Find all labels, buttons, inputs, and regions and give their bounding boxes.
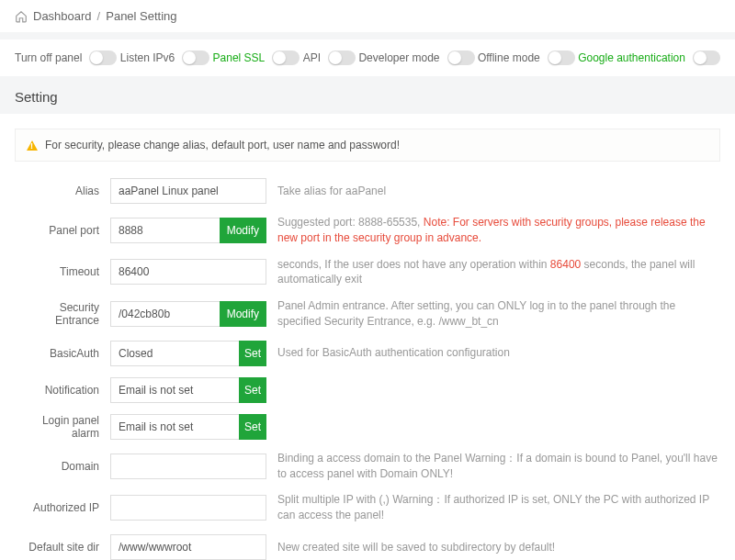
- section-title: Setting: [0, 89, 735, 114]
- toggle-label: API: [303, 51, 321, 64]
- toggle-gauth: Google authentication: [578, 50, 720, 65]
- basicauth-label: BasicAuth: [15, 347, 99, 360]
- dev-toggle[interactable]: [447, 50, 475, 65]
- toggle-dev: Developer mode: [358, 50, 474, 65]
- alias-input[interactable]: [110, 178, 266, 204]
- home-icon: [15, 10, 28, 23]
- row-notification: Notification Set: [15, 377, 720, 403]
- row-loginalarm: Login panel alarm Set: [15, 414, 720, 440]
- settings-panel: For security, please change alias, defau…: [0, 114, 735, 560]
- authip-input[interactable]: [110, 495, 266, 521]
- loginalarm-set-button[interactable]: Set: [239, 414, 266, 440]
- authip-label: Authorized IP: [15, 501, 99, 514]
- ipv6-toggle[interactable]: [182, 50, 209, 65]
- breadcrumb-sep: /: [97, 9, 101, 23]
- entrance-input[interactable]: [110, 301, 220, 327]
- row-sitedir: Default site dir New created site will b…: [15, 534, 720, 560]
- port-label: Panel port: [15, 224, 99, 237]
- turnoff-toggle[interactable]: [89, 50, 117, 65]
- row-authip: Authorized IP Split multiple IP with (,)…: [15, 492, 720, 523]
- row-alias: Alias Take alias for aaPanel: [15, 178, 720, 204]
- ssl-toggle[interactable]: [272, 50, 300, 65]
- toggle-bar: Turn off panel Listen IPv6 Panel SSL API…: [0, 39, 735, 76]
- toggle-label: Panel SSL: [213, 51, 266, 64]
- toggle-ipv6: Listen IPv6: [120, 50, 209, 65]
- toggle-label: Listen IPv6: [120, 51, 175, 64]
- notification-label: Notification: [15, 384, 99, 397]
- alias-help: Take alias for aaPanel: [277, 184, 720, 199]
- row-domain: Domain Binding a access domain to the Pa…: [15, 451, 720, 482]
- entrance-modify-button[interactable]: Modify: [220, 301, 266, 327]
- basicauth-help: Used for BasicAuth authentication config…: [277, 345, 720, 361]
- toggle-ssl: Panel SSL: [213, 50, 300, 65]
- authip-help: Split multiple IP with (,) Warning：If au…: [277, 492, 720, 523]
- security-alert: For security, please change alias, defau…: [15, 129, 720, 162]
- domain-label: Domain: [15, 460, 99, 473]
- sitedir-help: New created site will be saved to subdir…: [277, 540, 720, 555]
- offline-toggle[interactable]: [548, 50, 575, 65]
- gauth-toggle[interactable]: [693, 50, 720, 65]
- toggle-label: Offline mode: [478, 51, 540, 64]
- toggle-offline: Offline mode: [478, 50, 575, 65]
- domain-input[interactable]: [110, 454, 266, 479]
- loginalarm-label: Login panel alarm: [15, 414, 99, 440]
- sitedir-label: Default site dir: [15, 541, 99, 554]
- alias-label: Alias: [15, 185, 99, 197]
- port-help: Suggested port: 8888-65535, Note: For se…: [277, 215, 720, 246]
- alert-text: For security, please change alias, defau…: [45, 139, 400, 151]
- warning-icon: [27, 140, 38, 151]
- notification-input[interactable]: [110, 377, 240, 403]
- port-modify-button[interactable]: Modify: [220, 218, 266, 243]
- loginalarm-input[interactable]: [110, 414, 240, 440]
- timeout-help: seconds, If the user does not have any o…: [277, 257, 720, 288]
- toggle-api: API: [303, 50, 356, 65]
- breadcrumb: Dashboard / Panel Setting: [0, 0, 735, 32]
- breadcrumb-page: Panel Setting: [106, 9, 176, 23]
- timeout-input[interactable]: [110, 259, 266, 285]
- toggle-label: Turn off panel: [15, 51, 82, 64]
- row-entrance: Security Entrance Modify Panel Admin ent…: [15, 298, 720, 330]
- toggle-turnoff: Turn off panel: [15, 50, 117, 65]
- toggle-label: Developer mode: [358, 51, 439, 64]
- basicauth-set-button[interactable]: Set: [239, 341, 266, 366]
- domain-help: Binding a access domain to the Panel War…: [277, 451, 720, 482]
- notification-set-button[interactable]: Set: [239, 377, 266, 403]
- row-basicauth: BasicAuth Set Used for BasicAuth authent…: [15, 341, 720, 366]
- sitedir-input[interactable]: [110, 534, 266, 560]
- api-toggle[interactable]: [328, 50, 356, 65]
- row-timeout: Timeout seconds, If the user does not ha…: [15, 257, 720, 288]
- row-port: Panel port Modify Suggested port: 8888-6…: [15, 215, 720, 246]
- entrance-help: Panel Admin entrance. After setting, you…: [277, 298, 720, 330]
- port-input[interactable]: [110, 218, 220, 243]
- basicauth-input[interactable]: [110, 341, 240, 366]
- entrance-label: Security Entrance: [15, 301, 99, 327]
- breadcrumb-root[interactable]: Dashboard: [33, 9, 92, 23]
- toggle-label: Google authentication: [578, 51, 685, 64]
- timeout-label: Timeout: [15, 265, 99, 278]
